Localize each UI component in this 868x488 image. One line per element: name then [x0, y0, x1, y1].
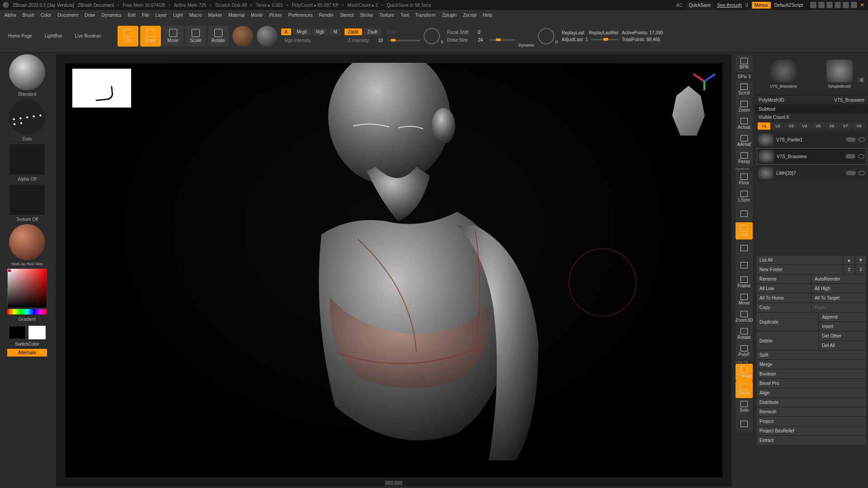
- window-icon[interactable]: [826, 2, 833, 8]
- menu-help[interactable]: Help: [483, 13, 492, 18]
- menu-zplugin[interactable]: Zplugin: [442, 13, 457, 18]
- merge-button[interactable]: Merge: [757, 360, 866, 369]
- del-other-button[interactable]: Del Other: [819, 332, 866, 340]
- viewport-button[interactable]: [736, 257, 753, 274]
- menu-marker[interactable]: Marker: [208, 13, 222, 18]
- eye-icon[interactable]: [859, 137, 865, 142]
- s-dial-icon[interactable]: [424, 28, 440, 44]
- subtool-row[interactable]: V7S_Pantie1: [757, 132, 866, 147]
- project-button[interactable]: Project: [757, 417, 866, 426]
- visibility-tab-v5[interactable]: V5: [812, 122, 825, 130]
- minimize-icon[interactable]: [843, 2, 849, 8]
- seethrough-label[interactable]: See-through: [717, 3, 742, 8]
- zcut-toggle[interactable]: Zcut: [383, 28, 399, 35]
- menu-dynamics[interactable]: Dynamics: [102, 13, 122, 18]
- axis-gizmo-icon[interactable]: [691, 68, 718, 90]
- align-button[interactable]: Align: [757, 389, 866, 397]
- quicksave-button[interactable]: QuickSave: [686, 2, 713, 9]
- texture-thumb-icon[interactable]: [9, 184, 45, 216]
- append-button[interactable]: Append: [819, 313, 866, 321]
- alpha-thumb-icon[interactable]: [9, 144, 45, 175]
- bpr-button[interactable]: BPR: [736, 55, 753, 72]
- visibility-tab-v3[interactable]: V3: [785, 122, 797, 130]
- menu-draw[interactable]: Draw: [85, 13, 95, 18]
- Ghost-button[interactable]: Ghost: [736, 381, 753, 398]
- list-all-button[interactable]: List All: [757, 256, 843, 264]
- alpha-sphere-icon[interactable]: [257, 26, 278, 47]
- viewport-button[interactable]: [736, 239, 753, 257]
- draw-button[interactable]: Draw: [140, 26, 161, 47]
- split-button[interactable]: Split: [757, 351, 866, 359]
- menu-preferences[interactable]: Preferences: [288, 13, 312, 18]
- visibility-tab-v8[interactable]: V8: [853, 122, 865, 130]
- m-toggle[interactable]: M: [330, 28, 340, 35]
- Move-button[interactable]: Move: [736, 291, 753, 308]
- new-folder-button[interactable]: New Folder: [757, 265, 843, 274]
- visibility-tab-v2[interactable]: V2: [771, 122, 784, 130]
- insert-button[interactable]: Insert: [819, 322, 866, 331]
- visibility-tab-v7[interactable]: V7: [839, 122, 852, 130]
- Persp-button[interactable]: Persp: [736, 150, 753, 167]
- menu-macro[interactable]: Macro: [189, 13, 202, 18]
- menu-edit[interactable]: Edit: [127, 13, 135, 18]
- Floor-button[interactable]: Floor: [736, 171, 753, 188]
- visibility-tab-v1[interactable]: V1: [758, 122, 770, 130]
- default-zscript[interactable]: DefaultZScript: [774, 3, 803, 8]
- tab-home[interactable]: Home Page: [4, 30, 37, 42]
- alternate-button[interactable]: Alternate: [7, 349, 47, 357]
- rotate-button[interactable]: Rotate: [208, 26, 229, 47]
- autoreorder-button[interactable]: AutoReorder: [812, 275, 866, 283]
- subtool-toggle[interactable]: [846, 137, 856, 142]
- project-basrelief-button[interactable]: Project BasRelief: [757, 427, 866, 435]
- close-icon[interactable]: ✕: [859, 2, 865, 8]
- down-arrow-icon[interactable]: ▼: [855, 256, 866, 264]
- maximize-icon[interactable]: [851, 2, 857, 8]
- switch-color-button[interactable]: SwitchColor: [7, 340, 47, 348]
- viewport[interactable]: [56, 54, 731, 486]
- menu-brush[interactable]: Brush: [23, 13, 34, 18]
- distribute-button[interactable]: Distribute: [757, 398, 866, 407]
- a-toggle[interactable]: A: [281, 28, 292, 35]
- paste-button[interactable]: Paste: [812, 303, 866, 312]
- move-up-icon[interactable]: ↥: [844, 265, 854, 274]
- tab-lightbox[interactable]: LightBox: [40, 30, 67, 42]
- del-all-button[interactable]: Del All: [819, 341, 866, 350]
- menu-tool[interactable]: Tool: [401, 13, 409, 18]
- menu-stencil[interactable]: Stencil: [340, 13, 354, 18]
- all-low-button[interactable]: All Low: [757, 284, 811, 293]
- dynamic-label[interactable]: Dynamic: [519, 43, 534, 47]
- subtool-header[interactable]: Subtool: [755, 104, 868, 113]
- eye-icon[interactable]: [859, 171, 865, 175]
- Frame-button[interactable]: Frame: [736, 274, 753, 291]
- mrgb-toggle[interactable]: Mrgb: [293, 28, 311, 35]
- tray-handle-icon[interactable]: [394, 481, 402, 485]
- Transp-button[interactable]: Transp: [736, 364, 753, 381]
- stroke-thumb-icon[interactable]: [9, 99, 45, 135]
- Actual-button[interactable]: Actual: [736, 115, 753, 132]
- viewport-button[interactable]: [736, 205, 753, 222]
- delete-button[interactable]: Delete: [757, 332, 818, 350]
- all-high-button[interactable]: All High: [812, 284, 866, 293]
- all-to-target-button[interactable]: All To Target: [812, 294, 866, 302]
- menu-render[interactable]: Render: [319, 13, 334, 18]
- d-dial-icon[interactable]: [538, 28, 554, 44]
- material-sphere-icon[interactable]: [232, 26, 253, 47]
- move-button[interactable]: Move: [163, 26, 184, 47]
- draw-size-slider[interactable]: [490, 39, 515, 41]
- window-icon[interactable]: [818, 2, 825, 8]
- rgb-toggle[interactable]: Rgb: [312, 28, 328, 35]
- Solo-button[interactable]: Solo: [736, 398, 753, 415]
- Rotate-button[interactable]: Rotate: [736, 325, 753, 343]
- Zoom-button[interactable]: Zoom: [736, 98, 753, 115]
- menu-transform[interactable]: Transform: [415, 13, 435, 18]
- AAHalf-button[interactable]: AAHalf: [736, 132, 753, 150]
- gradient-label[interactable]: Gradient: [2, 315, 52, 323]
- Zoom3D-button[interactable]: Zoom3D: [736, 308, 753, 325]
- replay-last-rel-button[interactable]: ReplayLastRel: [589, 30, 618, 35]
- xyz-button[interactable]: xyz: [736, 222, 753, 239]
- menu-texture[interactable]: Texture: [379, 13, 394, 18]
- menus-button[interactable]: Menus: [752, 2, 771, 9]
- reference-thumbnail[interactable]: [72, 69, 131, 108]
- extract-button[interactable]: Extract: [757, 436, 866, 445]
- subtool-toggle[interactable]: [845, 154, 855, 159]
